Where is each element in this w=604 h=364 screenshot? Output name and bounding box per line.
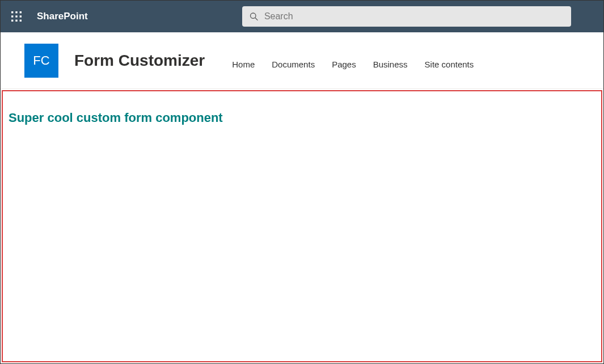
nav-item-pages[interactable]: Pages	[332, 60, 356, 69]
search-box[interactable]	[242, 6, 571, 27]
app-launcher-button[interactable]	[7, 7, 26, 26]
custom-form-area: Super cool custom form component	[2, 90, 602, 362]
nav-item-documents[interactable]: Documents	[272, 60, 315, 69]
search-container	[242, 6, 571, 27]
search-input[interactable]	[264, 11, 564, 22]
svg-rect-1	[15, 11, 17, 13]
svg-rect-0	[11, 11, 13, 13]
suite-bar: SharePoint	[1, 1, 603, 32]
site-logo[interactable]: FC	[24, 44, 58, 78]
svg-rect-8	[20, 20, 22, 22]
svg-rect-2	[20, 11, 22, 13]
nav-item-home[interactable]: Home	[232, 60, 255, 69]
nav-item-site-contents[interactable]: Site contents	[425, 60, 474, 69]
svg-rect-4	[15, 15, 17, 17]
svg-rect-6	[11, 20, 13, 22]
search-icon	[249, 11, 259, 22]
site-title[interactable]: Form Customizer	[74, 52, 205, 70]
svg-rect-5	[20, 15, 22, 17]
svg-line-10	[255, 18, 257, 20]
site-header: FC Form Customizer Home Documents Pages …	[1, 32, 603, 89]
site-nav: Home Documents Pages Business Site conte…	[232, 60, 474, 69]
nav-item-business[interactable]: Business	[373, 60, 408, 69]
svg-rect-3	[11, 15, 13, 17]
svg-rect-7	[15, 20, 17, 22]
form-heading: Super cool custom form component	[9, 111, 595, 125]
site-logo-text: FC	[33, 53, 49, 68]
product-name: SharePoint	[37, 11, 88, 22]
waffle-icon	[11, 11, 22, 22]
svg-point-9	[250, 13, 255, 18]
